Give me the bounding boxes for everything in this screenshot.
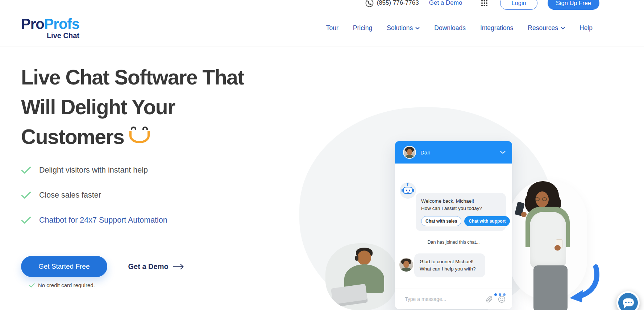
phone-link[interactable]: (855) 776-7763 xyxy=(365,0,419,7)
login-button[interactable]: Login xyxy=(500,0,537,10)
hero-checklist: Delight visitors with instant help Close… xyxy=(21,165,275,226)
proprofs-logo[interactable]: ProProfs Live Chat xyxy=(21,17,79,39)
checklist-item: Chatbot for 24x7 Support Automation xyxy=(21,215,275,226)
apps-grid-icon[interactable] xyxy=(481,0,488,7)
arrow-doodle-icon xyxy=(568,264,600,305)
signup-free-button[interactable]: Sign Up Free xyxy=(548,0,599,10)
chat-messages: Welcome back, Michael! How can I assist … xyxy=(395,164,512,289)
paperclip-icon[interactable] xyxy=(486,296,493,303)
check-icon xyxy=(21,191,31,199)
nav-item-integrations[interactable]: Integrations xyxy=(480,24,513,32)
nav-menu: Tour Pricing Solutions Downloads Integra… xyxy=(326,24,644,32)
chat-input-bar xyxy=(395,289,512,309)
chat-with-sales-button[interactable]: Chat with sales xyxy=(421,216,461,226)
agent-avatar xyxy=(403,146,416,159)
checklist-label: Close sales faster xyxy=(39,191,101,200)
checklist-item: Delight visitors with instant help xyxy=(21,165,275,175)
get-a-demo-link[interactable]: Get a Demo xyxy=(128,263,184,271)
logo-tagline: Live Chat xyxy=(21,32,79,39)
chevron-down-icon xyxy=(415,27,420,30)
no-credit-note: No credit card required. xyxy=(29,282,275,288)
main-nav: ProProfs Live Chat Tour Pricing Solution… xyxy=(0,10,644,46)
arrow-right-icon xyxy=(173,264,184,270)
phone-icon xyxy=(365,0,374,7)
get-started-free-button[interactable]: Get Started Free xyxy=(21,256,107,277)
top-utility-bar: (855) 776-7763 Get a Demo Login Sign Up … xyxy=(0,0,644,10)
hero-copy: Live Chat Software That Will Delight You… xyxy=(0,46,275,288)
smile-icon xyxy=(129,126,152,146)
check-icon xyxy=(21,166,31,174)
chevron-down-icon[interactable] xyxy=(500,151,506,154)
nav-item-tour[interactable]: Tour xyxy=(326,24,338,32)
nav-item-downloads[interactable]: Downloads xyxy=(434,24,466,32)
emoji-icon[interactable] xyxy=(498,295,506,303)
chat-widget-header[interactable]: Dan xyxy=(395,141,512,164)
hero-section: Live Chat Software That Will Delight You… xyxy=(0,46,644,310)
nav-item-solutions[interactable]: Solutions xyxy=(387,24,420,32)
agent-message-bubble: Glad to connect Michael! What can I help… xyxy=(414,253,485,277)
chat-widget: Dan Welcome back, Michael! How can I ass… xyxy=(395,141,512,309)
topbar-get-a-demo-link[interactable]: Get a Demo xyxy=(429,0,462,7)
chevron-down-icon xyxy=(561,27,565,30)
checklist-item: Close sales faster xyxy=(21,190,275,201)
hero-heading: Live Chat Software That Will Delight You… xyxy=(21,62,275,152)
cta-row: Get Started Free Get a Demo xyxy=(21,256,275,277)
nav-item-pricing[interactable]: Pricing xyxy=(353,24,373,32)
page: (855) 776-7763 Get a Demo Login Sign Up … xyxy=(0,0,644,310)
check-icon xyxy=(21,216,31,224)
bot-message-bubble: Welcome back, Michael! How can I assist … xyxy=(416,193,506,231)
agent-name: Dan xyxy=(420,149,431,156)
phone-number: (855) 776-7763 xyxy=(377,0,419,7)
chat-bubble-icon xyxy=(623,298,634,306)
logo-pro: Pro xyxy=(21,16,44,32)
chat-launcher-button[interactable] xyxy=(616,291,640,310)
chat-message-input[interactable] xyxy=(405,296,481,302)
chatbot-link[interactable]: Chatbot for 24x7 Support Automation xyxy=(39,216,167,225)
bot-avatar xyxy=(400,182,416,199)
chat-status-text: Dan has joined this chat... xyxy=(395,240,512,245)
check-icon xyxy=(29,283,35,288)
checklist-label: Delight visitors with instant help xyxy=(39,166,148,175)
hero-photo-man xyxy=(325,243,397,310)
nav-item-resources[interactable]: Resources xyxy=(528,24,565,32)
chat-with-support-button[interactable]: Chat with support xyxy=(464,216,510,226)
agent-avatar xyxy=(399,258,413,272)
nav-item-help[interactable]: Help xyxy=(579,24,593,32)
logo-profs: Profs xyxy=(44,16,79,32)
